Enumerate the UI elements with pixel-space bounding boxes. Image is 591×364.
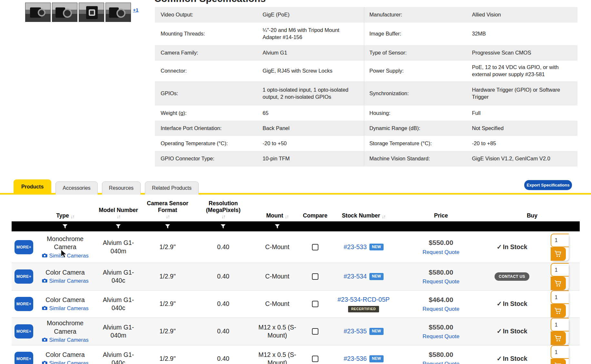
compare-checkbox[interactable] [312,356,318,362]
add-to-cart-button[interactable] [551,359,566,364]
more-button[interactable]: MORE+ [15,297,33,311]
column-header-sensor-format[interactable]: Camera Sensor Format↓↑ [143,200,193,221]
tab-accessories[interactable]: Accessories [55,181,97,195]
add-to-cart-button[interactable] [551,277,566,290]
stock-status: ✓In Stock [485,327,539,335]
add-to-cart-button[interactable] [551,247,566,261]
more-button[interactable]: MORE+ [15,324,33,339]
quantity-widget [551,263,569,290]
camera-lens-image [38,9,45,16]
sort-icon: ↓↑ [285,214,288,219]
sensor-format: 1/2.9" [143,243,193,251]
filter-funnel-icon[interactable] [143,224,193,229]
export-specifications-button[interactable]: Export Specifications [524,180,572,190]
spec-row: Video Output:GigE (PoE) Manufacturer:All… [155,7,577,23]
camera-thumbnail[interactable] [105,3,131,22]
mount: C-Mount [254,243,301,251]
quantity-input[interactable] [551,234,569,247]
column-header-model-number[interactable]: Model Number↓↑ [94,206,143,221]
camera-lens-image [63,9,72,18]
checkmark-icon: ✓ [496,300,502,308]
column-header-compare: Compare [301,206,330,221]
quantity-widget [551,345,569,364]
more-button[interactable]: MORE+ [15,269,33,284]
resolution: 0.40 [193,272,254,280]
stock-number-link[interactable]: #23-534-RCD-05P [337,296,390,304]
sort-icon: ↓↑ [166,214,169,219]
more-button[interactable]: MORE+ [15,240,33,254]
filter-funnel-icon[interactable] [36,224,94,229]
add-to-cart-button[interactable] [551,304,566,318]
sort-icon: ↓↑ [71,214,74,219]
camera-lens-image [89,9,95,16]
resolution: 0.40 [193,243,254,251]
similar-cameras-link[interactable]: Similar Cameras [42,252,89,259]
resolution: 0.40 [193,300,254,308]
stock-status: ✓In Stock [485,355,539,363]
camera-thumbnail[interactable] [79,3,104,22]
more-images-link[interactable]: +1 [133,7,138,13]
resolution: 0.40 [193,355,254,363]
compare-checkbox[interactable] [312,328,318,335]
quantity-widget [551,318,569,345]
tab-strip: Products Accessories Resources Related P… [14,180,199,195]
camera-thumbnail[interactable] [52,3,77,22]
similar-cameras-link[interactable]: Similar Cameras [42,278,89,284]
sensor-format: 1/2.9" [143,272,193,280]
sort-icon: ↓↑ [117,214,120,219]
camera-icon [42,305,47,312]
column-header-mount[interactable]: Mount↓↑ [254,206,301,221]
compare-checkbox[interactable] [312,273,318,280]
tab-related-products[interactable]: Related Products [145,181,199,195]
request-quote-link[interactable]: Request Quote [423,278,459,285]
column-header-price: Price [397,206,485,221]
filter-bar [12,221,580,231]
compare-checkbox[interactable] [312,301,318,307]
filter-funnel-icon[interactable] [94,224,143,229]
stock-number-link[interactable]: #23-533 [344,243,367,251]
stock-number-link[interactable]: #23-534 [344,272,367,280]
add-to-cart-button[interactable] [551,331,566,345]
similar-cameras-link[interactable]: Similar Cameras [42,305,89,312]
model-number: Alvium G1-040m [100,323,136,340]
common-specifications-title: Common Specifications [154,0,266,4]
tab-products[interactable]: Products [14,179,51,195]
stock-number-link[interactable]: #23-535 [344,327,367,335]
contact-us-button[interactable]: CONTACT US [495,272,529,281]
similar-cameras-link[interactable]: Similar Cameras [42,360,89,364]
tab-resources[interactable]: Resources [102,181,141,195]
stock-number-link[interactable]: #23-536 [344,355,367,363]
request-quote-link[interactable]: Request Quote [423,249,459,256]
quantity-input[interactable] [551,290,569,304]
table-row: MORE+ Color Camera Similar Cameras Alviu… [12,345,580,364]
request-quote-link[interactable]: Request Quote [423,333,459,340]
price: $580.00 [429,268,453,277]
column-header-stock-number[interactable]: Stock Number↓↑ [330,206,397,221]
request-quote-link[interactable]: Request Quote [423,306,459,313]
similar-cameras-link[interactable]: Similar Cameras [42,337,89,343]
camera-thumbnail[interactable] [25,3,51,22]
checkmark-icon: ✓ [496,243,502,251]
new-badge: NEW [369,244,384,251]
checkmark-icon: ✓ [496,327,502,335]
quantity-input[interactable] [551,345,569,359]
price: $550.00 [429,323,453,331]
filter-funnel-icon[interactable] [193,224,254,229]
filter-funnel-icon[interactable] [254,224,301,229]
sensor-format: 1/2.9" [143,327,193,335]
mount: C-Mount [254,272,301,280]
more-button[interactable]: MORE+ [15,352,33,364]
quantity-input[interactable] [551,318,569,331]
quantity-input[interactable] [551,263,569,277]
product-type: Color Camera [45,296,85,304]
spec-row: Mounting Threads:¼"-20 and M6 with Tripo… [155,23,577,45]
column-header-resolution[interactable]: Resolution (MegaPixels)↓↑ [193,200,254,221]
compare-checkbox[interactable] [312,244,318,250]
request-quote-link[interactable]: Request Quote [423,360,459,364]
camera-icon [42,360,47,364]
product-type: Monochrome Camera [36,235,94,251]
model-number: Alvium G1-040c [100,351,136,364]
table-row: MORE+ Color Camera Similar Cameras Alviu… [12,290,580,318]
checkmark-icon: ✓ [496,355,502,363]
column-header-type[interactable]: Type↓↑ [36,206,94,221]
